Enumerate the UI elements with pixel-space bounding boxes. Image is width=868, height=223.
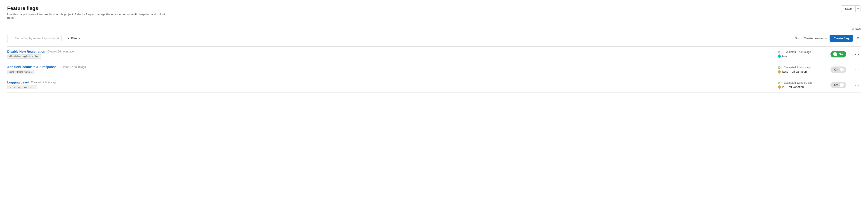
flags-list: Disable New Registration Created 16 hour… — [7, 46, 861, 93]
more-options-button[interactable]: ··· — [854, 51, 861, 58]
sort-value: Created newest — [804, 37, 825, 40]
save-button[interactable]: Save — [841, 6, 855, 12]
flag-key-badge: disable-registration — [7, 54, 41, 59]
diamond-icon — [778, 69, 781, 74]
eval-value-label: false – off variation — [782, 70, 807, 73]
flag-right: ((·)) Evaluated 2 hours ago true On ··· — [778, 50, 861, 58]
save-button-group: Save ▾ — [841, 5, 861, 12]
eval-time: ((·)) Evaluated 2 hours ago — [778, 50, 811, 54]
flag-eval: ((·)) Evaluated 12 hours ago 20 – off va… — [778, 81, 823, 89]
flag-name-row: Logging Level Created 17 hours ago — [7, 81, 778, 84]
more-options-button[interactable]: ··· — [854, 81, 861, 88]
save-chevron-button[interactable]: ▾ — [856, 6, 861, 12]
flag-row: Logging Level Created 17 hours ago set-l… — [7, 77, 861, 93]
filter-chevron-icon: ▾ — [79, 37, 81, 40]
flag-right: ((·)) Evaluated 12 hours ago 20 – off va… — [778, 81, 861, 89]
flag-eval: ((·)) Evaluated 2 hours ago false – off … — [778, 66, 823, 73]
search-input[interactable] — [7, 35, 61, 42]
flag-info: Add field 'count' in API response. Creat… — [7, 65, 778, 74]
menu-icon-button[interactable]: ≡ — [856, 35, 861, 41]
toggle-off-button[interactable]: Off — [831, 66, 846, 73]
flag-row: Disable New Registration Created 16 hour… — [7, 46, 861, 62]
flag-key-badge: set-logging-level — [7, 85, 37, 89]
eval-time: ((·)) Evaluated 2 hours ago — [778, 66, 811, 69]
toggle-knob — [840, 67, 844, 72]
eval-value-label: 20 – off variation — [782, 85, 804, 89]
create-flag-button[interactable]: Create flag — [830, 35, 853, 41]
toggle-knob — [840, 83, 844, 87]
diamond-icon — [778, 85, 781, 89]
search-wrapper: ⌕ — [7, 35, 61, 42]
eval-signal-icon: ((·)) — [778, 81, 782, 84]
toggle-off-button[interactable]: Off — [831, 82, 846, 88]
flags-count: 3 flags — [852, 27, 861, 30]
sort-chevron-icon: ▾ — [825, 37, 827, 40]
filter-label: Filter — [71, 37, 78, 40]
flag-name-link[interactable]: Add field 'count' in API response. — [7, 65, 57, 69]
flag-row: Add field 'count' in API response. Creat… — [7, 62, 861, 77]
eval-value-label: true — [782, 55, 787, 58]
sort-button[interactable]: Created newest ▾ — [804, 37, 827, 40]
toggle-label: On — [839, 53, 843, 56]
flag-created: Created 17 hours ago — [31, 81, 57, 84]
flag-name-row: Disable New Registration Created 16 hour… — [7, 50, 778, 53]
flag-created: Created 16 hours ago — [48, 50, 74, 53]
diamond-icon — [778, 54, 781, 58]
eval-time-label: Evaluated 2 hours ago — [784, 50, 811, 54]
toggle-label: Off — [834, 83, 838, 87]
toggle-on-button[interactable]: On — [831, 51, 846, 57]
flag-right: ((·)) Evaluated 2 hours ago false – off … — [778, 66, 861, 73]
filter-button[interactable]: ▼ Filter ▾ — [64, 35, 84, 41]
flag-key-badge: add-field-total — [7, 69, 34, 74]
eval-value: 20 – off variation — [778, 85, 804, 89]
sort-label: Sort: — [795, 37, 801, 40]
eval-time-label: Evaluated 12 hours ago — [784, 81, 813, 84]
flag-name-link[interactable]: Disable New Registration — [7, 50, 45, 53]
page-subtitle: Use this page to see all feature flags i… — [7, 13, 165, 20]
flag-eval: ((·)) Evaluated 2 hours ago true — [778, 50, 823, 58]
flag-info: Disable New Registration Created 16 hour… — [7, 50, 778, 59]
eval-time-label: Evaluated 2 hours ago — [784, 66, 811, 69]
flag-name-row: Add field 'count' in API response. Creat… — [7, 65, 778, 69]
toggle-label: Off — [834, 68, 838, 71]
eval-signal-icon: ((·)) — [778, 50, 782, 54]
eval-time: ((·)) Evaluated 12 hours ago — [778, 81, 812, 84]
flag-name-link[interactable]: Logging Level — [7, 81, 29, 84]
eval-value: false – off variation — [778, 70, 807, 73]
eval-signal-icon: ((·)) — [778, 66, 782, 69]
flag-created: Created 17 hours ago — [60, 65, 86, 68]
page-title: Feature flags — [7, 5, 165, 11]
filter-icon: ▼ — [67, 37, 70, 40]
flag-info: Logging Level Created 17 hours ago set-l… — [7, 81, 778, 89]
toolbar: ⌕ ▼ Filter ▾ Sort: Created newest ▾ Crea… — [7, 32, 861, 45]
more-options-button[interactable]: ··· — [854, 66, 861, 73]
eval-value: true — [778, 55, 787, 58]
toggle-knob — [833, 52, 837, 56]
